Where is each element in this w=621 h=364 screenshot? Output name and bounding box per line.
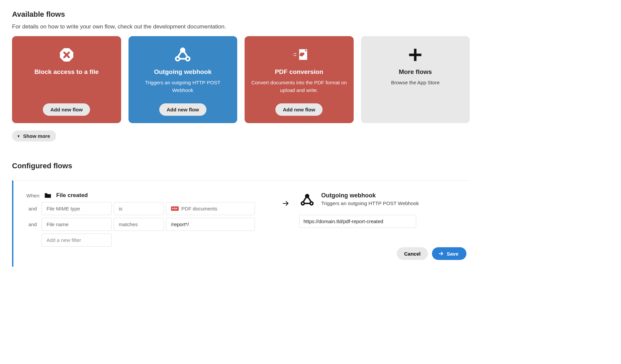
and-label: and bbox=[25, 206, 39, 211]
filter-field-select[interactable]: File MIME type bbox=[41, 202, 112, 215]
filter-value-input[interactable] bbox=[166, 218, 255, 231]
flow-card-desc: Convert documents into the PDF format on… bbox=[251, 79, 348, 98]
folder-icon bbox=[44, 192, 52, 199]
svg-point-1 bbox=[176, 57, 179, 61]
flow-cards-grid: Block access to a file Add new flow Outg… bbox=[12, 36, 470, 123]
pdf-badge-icon: PDF bbox=[171, 206, 179, 211]
webhook-icon bbox=[299, 192, 315, 208]
save-label: Save bbox=[447, 251, 458, 257]
when-label: When bbox=[25, 193, 39, 198]
add-flow-button[interactable]: Add new flow bbox=[275, 103, 323, 116]
flow-card-pdf-conversion: PDF conversion Convert documents into th… bbox=[245, 36, 354, 123]
flow-card-more-flows[interactable]: More flows Browse the App Store bbox=[361, 36, 470, 123]
flow-card-title: Block access to a file bbox=[34, 68, 99, 76]
svg-rect-5 bbox=[409, 54, 422, 56]
filter-operator-select[interactable]: is bbox=[114, 202, 164, 215]
plus-icon bbox=[408, 44, 423, 66]
flow-card-title: Outgoing webhook bbox=[154, 68, 211, 76]
save-button[interactable]: Save bbox=[432, 247, 466, 260]
and-label: and bbox=[25, 221, 39, 227]
filter-field-select[interactable]: File name bbox=[41, 218, 112, 231]
flow-card-title: More flows bbox=[399, 68, 432, 76]
flow-card-desc: Triggers an outgoing HTTP POST Webhook bbox=[135, 79, 232, 98]
add-filter-row: Add a new filter bbox=[25, 234, 272, 247]
svg-point-2 bbox=[186, 57, 190, 61]
add-flow-button[interactable]: Add new flow bbox=[43, 103, 90, 116]
webhook-url-input[interactable] bbox=[299, 215, 416, 228]
svg-point-9 bbox=[310, 202, 313, 205]
arrow-right-icon bbox=[276, 192, 296, 260]
show-more-label: Show more bbox=[23, 133, 50, 139]
available-flows-heading: Available flows bbox=[12, 10, 470, 19]
chevron-down-icon: ▼ bbox=[17, 134, 20, 138]
add-flow-button[interactable]: Add new flow bbox=[159, 103, 206, 116]
flow-card-block-access: Block access to a file Add new flow bbox=[12, 36, 121, 123]
action-desc: Triggers an outgoing HTTP POST Webhook bbox=[321, 200, 419, 206]
flow-card-desc: Browse the App Store bbox=[391, 79, 440, 116]
cancel-button[interactable]: Cancel bbox=[397, 247, 428, 260]
filter-value-select[interactable]: PDF PDF documents bbox=[166, 202, 255, 215]
flow-card-outgoing-webhook: Outgoing webhook Triggers an outgoing HT… bbox=[128, 36, 238, 123]
action-title: Outgoing webhook bbox=[321, 192, 419, 199]
flow-config-panel: When File created and File MIME type is … bbox=[12, 180, 470, 267]
flow-card-title: PDF conversion bbox=[275, 68, 323, 76]
available-flows-subtitle: For details on how to write your own flo… bbox=[12, 23, 470, 30]
arrow-right-icon bbox=[438, 251, 444, 257]
filter-row: and File MIME type is PDF PDF documents bbox=[25, 202, 272, 215]
configured-flows-heading: Configured flows bbox=[12, 162, 470, 170]
pdf-convert-icon bbox=[289, 44, 309, 66]
block-icon bbox=[59, 44, 75, 66]
add-filter-select[interactable]: Add a new filter bbox=[41, 234, 112, 247]
trigger-title: File created bbox=[56, 192, 88, 199]
filter-row: and File name matches bbox=[25, 218, 272, 231]
filter-value-label: PDF documents bbox=[181, 206, 217, 211]
show-more-button[interactable]: ▼ Show more bbox=[12, 130, 56, 142]
filter-operator-select[interactable]: matches bbox=[114, 218, 164, 231]
svg-point-8 bbox=[301, 202, 304, 205]
webhook-icon bbox=[173, 44, 192, 66]
